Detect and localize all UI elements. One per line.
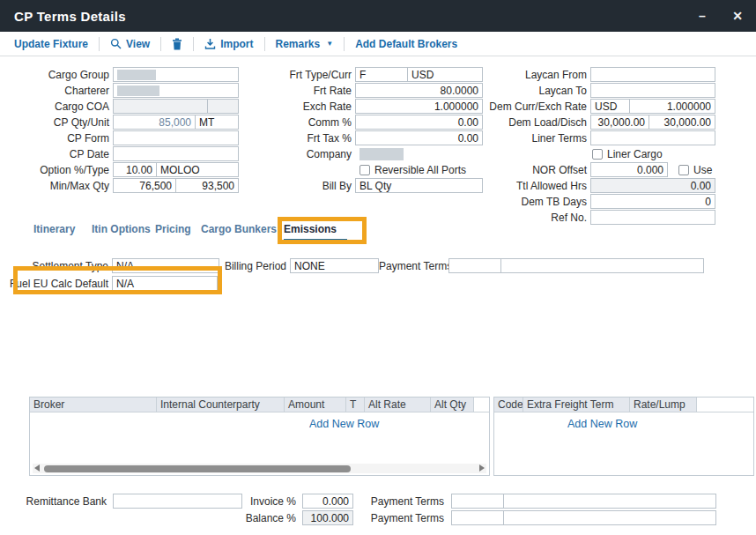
tab-pricing[interactable]: Pricing (155, 223, 191, 235)
dem-exch-rate-value: 1.000000 (667, 100, 711, 113)
update-fixture-button[interactable]: Update Fixture (14, 38, 88, 50)
billing-period-value: NONE (294, 260, 325, 272)
company-row: Company (256, 146, 483, 161)
cargo-group-label: Cargo Group (1, 69, 113, 81)
cargo-coa-field[interactable] (113, 99, 208, 114)
cp-form-field[interactable] (113, 130, 239, 145)
ref-no-field[interactable] (590, 210, 715, 225)
frt-tax-field[interactable]: 0.00 (355, 130, 483, 145)
dem-tb-days-field[interactable]: 0 (590, 194, 715, 209)
option-type-field[interactable]: MOLOO (156, 162, 239, 177)
laycan-to-field[interactable] (590, 83, 715, 98)
brokers-add-new-row-link[interactable]: Add New Row (309, 418, 379, 430)
view-button[interactable]: View (110, 38, 150, 50)
payment-terms-desc-field[interactable] (500, 258, 704, 273)
liner-terms-label: Liner Terms (480, 132, 590, 145)
download-icon (204, 38, 216, 49)
dem-disch-field[interactable]: 30,000.00 (649, 115, 715, 130)
dem-curr-exch-label: Dem Curr/Exch Rate (480, 100, 590, 113)
ttl-allowed-hrs-row: Ttl Allowed Hrs 0.00 (480, 178, 715, 193)
remittance-bank-field[interactable] (113, 494, 242, 509)
extra-freight-add-new-row-link[interactable]: Add New Row (567, 418, 637, 430)
dem-load-disch-row: Dem Load/Disch 30,000.00 30,000.00 (480, 115, 715, 130)
column-header-extra-freight-term: Extra Freight Term (523, 398, 630, 412)
comm-field[interactable]: 0.00 (355, 115, 483, 130)
extra-freight-table: Code Extra Freight Term Rate/Lump Add Ne… (493, 397, 754, 476)
cargo-coa-field-2[interactable] (207, 99, 239, 114)
frt-rate-row: Frt Rate 80.0000 (256, 83, 483, 98)
scroll-right-icon[interactable] (479, 464, 485, 472)
payment-terms-1-label: Payment Terms (370, 495, 448, 508)
add-default-brokers-label: Add Default Brokers (355, 38, 457, 50)
option-pct-field[interactable]: 10.00 (113, 162, 157, 177)
frt-rate-field[interactable]: 80.0000 (355, 83, 483, 98)
dem-exch-rate-field[interactable]: 1.000000 (629, 99, 715, 114)
balance-pct-field[interactable]: 100.000 (302, 510, 353, 525)
close-button[interactable]: ✕ (730, 9, 745, 23)
dem-curr-field[interactable]: USD (590, 99, 630, 114)
bill-by-value: BL Qty (359, 180, 391, 192)
billing-period-field[interactable]: NONE (290, 258, 379, 273)
horizontal-scrollbar[interactable] (33, 464, 486, 473)
dem-curr-exch-row: Dem Curr/Exch Rate USD 1.000000 (480, 99, 715, 114)
cp-qty-field[interactable]: 85,000 (113, 115, 196, 130)
payment-terms-code-field[interactable] (448, 258, 501, 273)
ref-no-row: Ref No. (480, 210, 715, 225)
remarks-button[interactable]: Remarks ▼ (276, 38, 334, 50)
cp-date-field[interactable] (113, 146, 239, 161)
tab-itinerary[interactable]: Itinerary (33, 223, 75, 235)
add-default-brokers-button[interactable]: Add Default Brokers (355, 38, 457, 50)
cp-qty-unit-row: CP Qty/Unit 85,000 MT (1, 115, 239, 130)
nor-offset-use-checkbox[interactable] (678, 165, 689, 175)
frt-curr-field[interactable]: USD (407, 67, 483, 82)
frt-type-value: F (359, 69, 366, 81)
charterer-field[interactable] (113, 83, 239, 98)
cargo-group-row: Cargo Group (1, 67, 239, 82)
delete-button[interactable] (172, 38, 182, 50)
company-field[interactable] (355, 146, 483, 161)
payment-terms-1-code-field[interactable] (451, 494, 504, 509)
tab-cargo-bunkers[interactable]: Cargo Bunkers (201, 223, 277, 235)
scroll-left-icon[interactable] (34, 464, 40, 472)
payment-terms-2-code-field[interactable] (451, 510, 504, 525)
frt-curr-value: USD (411, 69, 434, 81)
option-pct-value: 10.00 (126, 164, 152, 176)
tab-itin-options[interactable]: Itin Options (92, 223, 151, 235)
min-qty-field[interactable]: 76,500 (113, 178, 176, 193)
laycan-to-label: Laycan To (480, 85, 590, 97)
frt-type-curr-row: Frt Type/Curr F USD (256, 67, 483, 82)
fuel-eu-calc-default-field[interactable]: N/A (112, 276, 218, 291)
bill-by-field[interactable]: BL Qty (355, 178, 483, 193)
invoice-pct-field[interactable]: 0.000 (302, 494, 353, 509)
cp-unit-field[interactable]: MT (195, 115, 239, 130)
liner-terms-field[interactable] (590, 130, 715, 145)
minimize-button[interactable]: – (694, 9, 710, 23)
reversible-all-ports-checkbox[interactable] (359, 165, 370, 175)
dem-tb-days-value: 0 (705, 196, 711, 208)
import-button[interactable]: Import (204, 38, 253, 50)
payment-terms-2-desc-field[interactable] (503, 510, 716, 525)
form-column-middle: Frt Type/Curr F USD Frt Rate 80.0000 Exc… (256, 67, 483, 194)
window-title: CP Terms Details (0, 9, 126, 24)
scrollbar-thumb[interactable] (44, 465, 351, 472)
nor-offset-value: 0.000 (637, 164, 663, 176)
tab-emissions[interactable]: Emissions (284, 223, 347, 241)
cp-form-label: CP Form (1, 132, 113, 145)
charterer-label: Charterer (1, 85, 113, 97)
remarks-label: Remarks (276, 38, 321, 50)
cargo-group-field[interactable] (113, 67, 239, 82)
laycan-from-field[interactable] (590, 67, 715, 82)
liner-cargo-checkbox[interactable] (592, 149, 603, 160)
ref-no-label: Ref No. (480, 212, 590, 224)
settlement-type-field[interactable]: N/A (112, 258, 219, 273)
exch-rate-field[interactable]: 1.000000 (355, 99, 483, 114)
laycan-to-row: Laycan To (480, 83, 715, 98)
nor-offset-field[interactable]: 0.000 (590, 162, 668, 177)
dem-load-field[interactable]: 30,000.00 (590, 115, 649, 130)
ttl-allowed-hrs-field[interactable]: 0.00 (590, 178, 715, 193)
cp-form-row: CP Form (1, 130, 239, 145)
payment-terms-1-desc-field[interactable] (503, 494, 716, 509)
frt-type-field[interactable]: F (355, 67, 408, 82)
frt-type-curr-label: Frt Type/Curr (256, 69, 355, 81)
max-qty-field[interactable]: 93,500 (175, 178, 239, 193)
